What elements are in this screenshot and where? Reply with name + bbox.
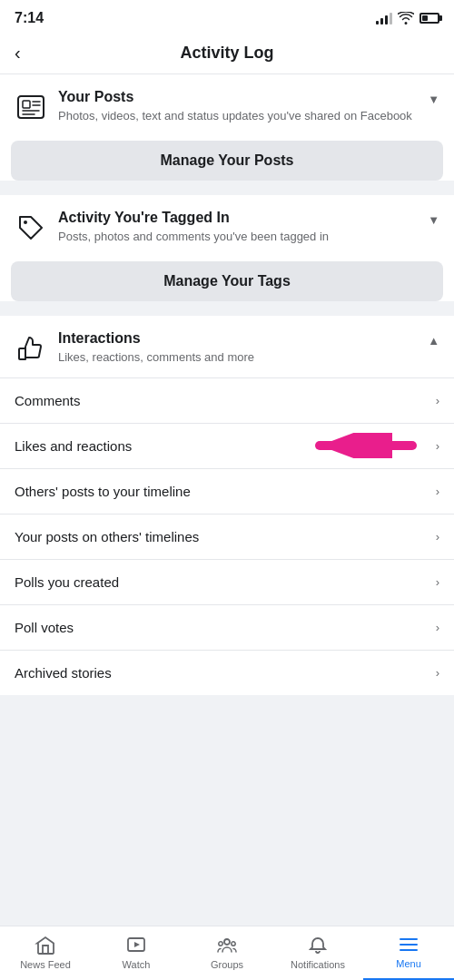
- poll-votes-item[interactable]: Poll votes ›: [0, 605, 454, 651]
- status-icons: [376, 12, 439, 24]
- svg-point-12: [219, 942, 222, 946]
- comments-label: Comments: [15, 393, 81, 408]
- your-posts-text: Your Posts Photos, videos, text and stat…: [58, 89, 417, 124]
- nav-groups-label: Groups: [211, 959, 243, 970]
- bell-icon: [307, 935, 329, 956]
- interactions-subtitle: Likes, reactions, comments and more: [58, 349, 417, 366]
- nav-news-feed-label: News Feed: [20, 959, 71, 970]
- bottom-navigation: News Feed Watch Groups Not: [0, 926, 454, 980]
- others-posts-timeline-chevron: ›: [436, 485, 439, 498]
- your-posts-title: Your Posts: [58, 89, 417, 105]
- thumbs-up-icon: [15, 332, 47, 365]
- comments-item[interactable]: Comments ›: [0, 378, 454, 424]
- manage-tags-button[interactable]: Manage Your Tags: [11, 261, 443, 301]
- your-posts-header: Your Posts Photos, videos, text and stat…: [0, 74, 454, 137]
- poll-votes-label: Poll votes: [15, 620, 74, 635]
- tagged-in-text: Activity You're Tagged In Posts, photos …: [58, 210, 417, 245]
- posts-icon: [15, 91, 47, 123]
- svg-rect-1: [23, 101, 30, 108]
- tagged-in-header: Activity You're Tagged In Posts, photos …: [0, 195, 454, 258]
- groups-icon: [216, 935, 238, 956]
- interactions-title: Interactions: [58, 330, 417, 347]
- status-bar: 7:14: [0, 0, 454, 33]
- interactions-text: Interactions Likes, reactions, comments …: [58, 330, 417, 366]
- others-posts-timeline-label: Others' posts to your timeline: [15, 484, 191, 499]
- polls-created-item[interactable]: Polls you created ›: [0, 560, 454, 605]
- tagged-in-section: Activity You're Tagged In Posts, photos …: [0, 195, 454, 301]
- content-area: Your Posts Photos, videos, text and stat…: [0, 74, 454, 775]
- nav-groups[interactable]: Groups: [182, 926, 272, 980]
- comments-chevron: ›: [436, 394, 439, 407]
- status-time: 7:14: [15, 10, 44, 26]
- archived-stories-chevron: ›: [436, 666, 439, 680]
- likes-reactions-label: Likes and reactions: [15, 438, 132, 454]
- manage-posts-button[interactable]: Manage Your Posts: [11, 141, 443, 181]
- your-posts-timelines-chevron: ›: [436, 530, 439, 544]
- pink-arrow-annotation: [312, 433, 421, 458]
- nav-watch[interactable]: Watch: [91, 926, 182, 980]
- archived-stories-label: Archived stories: [15, 665, 112, 681]
- svg-point-13: [232, 942, 235, 946]
- archived-stories-item[interactable]: Archived stories ›: [0, 651, 454, 695]
- your-posts-chevron: ▼: [428, 93, 439, 106]
- nav-notifications-label: Notifications: [291, 959, 345, 970]
- back-button[interactable]: ‹: [15, 43, 21, 64]
- likes-reactions-chevron: ›: [436, 439, 439, 453]
- battery-icon: [419, 13, 439, 24]
- svg-point-6: [24, 220, 27, 224]
- nav-watch-label: Watch: [123, 959, 151, 970]
- your-posts-timelines-label: Your posts on others' timelines: [15, 529, 199, 544]
- home-icon: [35, 935, 56, 956]
- poll-votes-chevron: ›: [436, 621, 439, 634]
- interactions-section: Interactions Likes, reactions, comments …: [0, 316, 454, 694]
- nav-menu[interactable]: Menu: [363, 926, 454, 980]
- nav-news-feed[interactable]: News Feed: [0, 926, 91, 980]
- your-posts-timelines-item[interactable]: Your posts on others' timelines ›: [0, 514, 454, 560]
- your-posts-subtitle: Photos, videos, text and status updates …: [58, 108, 417, 124]
- tagged-in-title: Activity You're Tagged In: [58, 210, 417, 226]
- signal-icon: [376, 12, 392, 24]
- likes-reactions-item[interactable]: Likes and reactions ›: [0, 424, 454, 469]
- nav-menu-label: Menu: [396, 958, 421, 969]
- watch-icon: [125, 935, 147, 956]
- interactions-menu: Comments › Likes and reactions › Others: [0, 378, 454, 695]
- interactions-header[interactable]: Interactions Likes, reactions, comments …: [0, 316, 454, 377]
- others-posts-timeline-item[interactable]: Others' posts to your timeline ›: [0, 469, 454, 514]
- page-title: Activity Log: [180, 44, 273, 63]
- tagged-in-chevron: ▼: [428, 213, 439, 227]
- polls-created-chevron: ›: [436, 575, 439, 589]
- menu-icon: [398, 934, 419, 956]
- tag-icon: [15, 211, 47, 244]
- page-header: ‹ Activity Log: [0, 33, 454, 74]
- nav-notifications[interactable]: Notifications: [272, 926, 363, 980]
- interactions-chevron: ▲: [428, 334, 439, 348]
- your-posts-section: Your Posts Photos, videos, text and stat…: [0, 74, 454, 181]
- polls-created-label: Polls you created: [15, 574, 119, 590]
- tagged-in-subtitle: Posts, photos and comments you've been t…: [58, 229, 417, 245]
- svg-marker-10: [134, 942, 140, 947]
- svg-point-11: [224, 939, 230, 945]
- wifi-icon: [398, 12, 414, 24]
